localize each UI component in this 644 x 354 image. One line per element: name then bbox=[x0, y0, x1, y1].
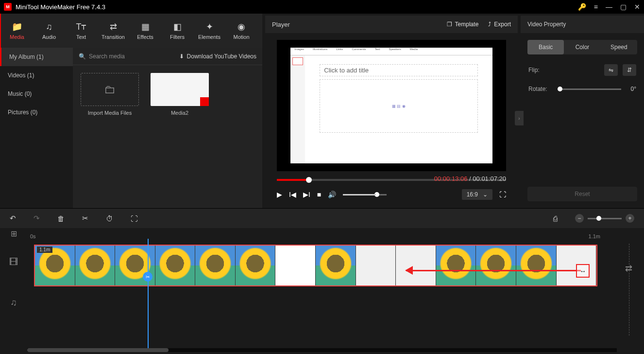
media-thumbnail bbox=[151, 73, 209, 106]
tool-motion[interactable]: ◉Motion bbox=[225, 18, 257, 44]
zoom-slider[interactable] bbox=[588, 218, 622, 219]
folder-icon: 📁 bbox=[12, 21, 22, 32]
effects-icon: ▦ bbox=[141, 21, 150, 32]
search-icon: 🔍 bbox=[79, 53, 86, 60]
zoom-in-button[interactable]: + bbox=[626, 214, 634, 223]
snap-icon[interactable]: ⎙ bbox=[553, 214, 558, 223]
undo-button[interactable]: ↶ bbox=[10, 214, 16, 223]
player-preview[interactable]: ImagesIllustrationsLinksCommentsTextSpea… bbox=[277, 40, 506, 171]
media-sidebar: My Album (1) Videos (1) Music (0) Pictur… bbox=[0, 48, 73, 208]
annotation-arrow: ↔ bbox=[406, 266, 581, 276]
flip-label: Flip: bbox=[528, 67, 553, 73]
slide-content-placeholder: ▦ ▤ ◉ bbox=[320, 79, 477, 133]
slide-title-placeholder: Click to add title bbox=[320, 64, 477, 76]
prev-frame-button[interactable]: I◀ bbox=[289, 191, 296, 198]
split-indicator-icon: ✂ bbox=[143, 272, 153, 282]
import-media-button[interactable]: 🗀 Import Media Files bbox=[81, 73, 139, 116]
rotate-label: Rotate: bbox=[528, 86, 553, 92]
video-track-icon[interactable]: 🎞 bbox=[0, 239, 27, 285]
elements-icon: ✦ bbox=[206, 21, 213, 32]
volume-icon[interactable]: 🔊 bbox=[328, 191, 336, 198]
text-icon: Tᴛ bbox=[76, 21, 86, 32]
search-input[interactable]: 🔍Search media bbox=[79, 53, 174, 60]
app-title: MiniTool MovieMaker Free 7.4.3 bbox=[16, 3, 578, 11]
reset-button[interactable]: Reset bbox=[527, 187, 637, 201]
sidebar-item-music[interactable]: Music (0) bbox=[0, 85, 73, 103]
tab-speed[interactable]: Speed bbox=[601, 40, 637, 54]
main-toolbar: 📁Media ♫Audio TᴛText ⇄Transition ▦Effect… bbox=[0, 14, 262, 48]
maximize-icon[interactable]: ▢ bbox=[620, 3, 627, 11]
titlebar: M MiniTool MovieMaker Free 7.4.3 🔑 ≡ — ▢… bbox=[0, 0, 644, 14]
tool-text[interactable]: TᴛText bbox=[65, 18, 97, 44]
crop-button[interactable]: ⛶ bbox=[131, 214, 138, 223]
fullscreen-button[interactable]: ⛶ bbox=[499, 191, 506, 198]
rotate-value: 0° bbox=[631, 86, 636, 92]
tool-effects[interactable]: ▦Effects bbox=[129, 18, 161, 44]
chevron-down-icon: ⌄ bbox=[483, 191, 488, 198]
app-logo: M bbox=[4, 3, 12, 11]
flip-vertical-button[interactable]: ⇵ bbox=[623, 64, 636, 76]
panel-expand-button[interactable]: › bbox=[515, 111, 524, 125]
export-button[interactable]: ⤴Export bbox=[488, 21, 511, 28]
flip-horizontal-button[interactable]: ⇋ bbox=[604, 64, 618, 76]
preview-content: ImagesIllustrationsLinksCommentsTextSpea… bbox=[290, 48, 492, 163]
download-icon: ⬇ bbox=[179, 53, 184, 60]
delete-button[interactable]: 🗑 bbox=[57, 214, 65, 223]
next-frame-button[interactable]: ▶I bbox=[303, 191, 310, 198]
tab-color[interactable]: Color bbox=[564, 40, 600, 54]
template-button[interactable]: ❐Template bbox=[447, 21, 479, 28]
add-track-button[interactable]: ⊞ bbox=[11, 229, 17, 238]
transition-icon: ⇄ bbox=[110, 21, 117, 32]
export-icon: ⤴ bbox=[488, 21, 491, 28]
tool-media[interactable]: 📁Media bbox=[1, 18, 33, 44]
audio-track-icon[interactable]: ♫ bbox=[0, 285, 27, 319]
filters-icon: ◧ bbox=[173, 21, 182, 32]
tool-transition[interactable]: ⇄Transition bbox=[97, 18, 129, 44]
download-youtube-link[interactable]: ⬇Download YouTube Videos bbox=[179, 53, 256, 60]
sidebar-item-pictures[interactable]: Pictures (0) bbox=[0, 103, 73, 122]
rotate-slider[interactable] bbox=[558, 88, 621, 90]
playhead[interactable]: ✂ bbox=[148, 239, 149, 348]
timecode: 00:00:13:06 / 00:01:07:20 bbox=[434, 175, 506, 182]
video-clip[interactable]: 1.1m bbox=[34, 245, 597, 286]
timeline-tracks[interactable]: 1.1m ✂ ↔ ⇄ bbox=[27, 239, 644, 348]
tool-filters[interactable]: ◧Filters bbox=[161, 18, 193, 44]
aspect-ratio-select[interactable]: 16:9⌄ bbox=[462, 189, 492, 200]
import-folder-icon: 🗀 bbox=[81, 73, 139, 106]
tool-audio[interactable]: ♫Audio bbox=[33, 18, 65, 44]
player-title: Player bbox=[272, 21, 290, 28]
player-seekbar[interactable]: 00:00:13:06 / 00:01:07:20 bbox=[277, 175, 506, 185]
stop-button[interactable]: ■ bbox=[317, 191, 321, 198]
tab-basic[interactable]: Basic bbox=[527, 40, 564, 54]
volume-slider[interactable] bbox=[343, 194, 387, 195]
timeline-divider bbox=[629, 244, 629, 336]
clip-duration-badge: 1.1m bbox=[37, 247, 52, 253]
template-icon: ❐ bbox=[447, 21, 452, 28]
tool-elements[interactable]: ✦Elements bbox=[193, 18, 225, 44]
sidebar-item-myalbum[interactable]: My Album (1) bbox=[0, 48, 73, 66]
speed-button[interactable]: ⏱ bbox=[106, 214, 113, 223]
redo-button[interactable]: ↷ bbox=[34, 214, 40, 223]
timeline-scrollbar[interactable] bbox=[27, 348, 617, 352]
video-property-title: Video Property bbox=[527, 21, 566, 28]
clip-resize-handle[interactable]: ↔ bbox=[576, 264, 590, 278]
split-button[interactable]: ✂ bbox=[82, 214, 88, 223]
minimize-icon[interactable]: — bbox=[606, 3, 612, 11]
upgrade-key-icon[interactable]: 🔑 bbox=[578, 3, 586, 11]
audio-icon: ♫ bbox=[46, 22, 52, 32]
zoom-out-button[interactable]: − bbox=[575, 214, 584, 223]
sidebar-item-videos[interactable]: Videos (1) bbox=[0, 66, 73, 85]
play-button[interactable]: ▶ bbox=[277, 191, 282, 198]
menu-icon[interactable]: ≡ bbox=[594, 3, 598, 11]
media-item-media2[interactable]: Media2 bbox=[151, 73, 209, 116]
close-icon[interactable]: ✕ bbox=[634, 3, 640, 11]
motion-icon: ◉ bbox=[237, 21, 245, 32]
